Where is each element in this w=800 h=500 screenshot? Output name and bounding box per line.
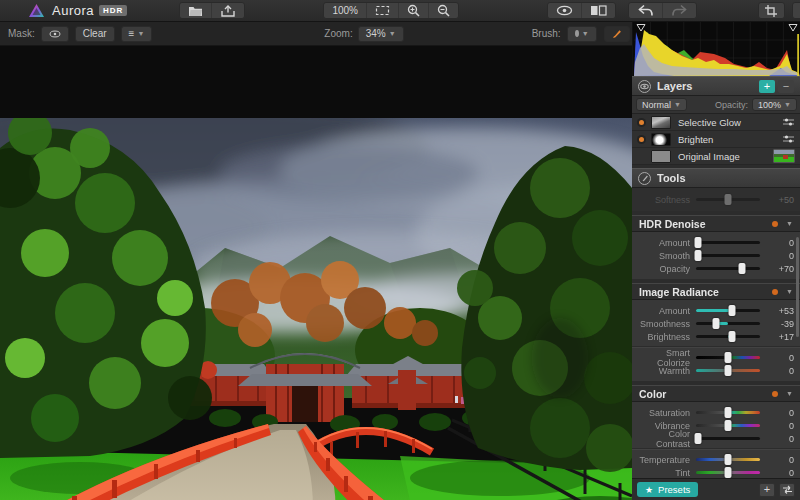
slider-handle[interactable] [729, 305, 736, 316]
slider-handle[interactable] [739, 263, 746, 274]
presets-button[interactable]: ★ Presets [637, 482, 698, 497]
section-header[interactable]: Image Radiance ▼ [632, 283, 800, 300]
layer-name: Original Image [678, 151, 773, 162]
slider-handle[interactable] [725, 407, 732, 418]
slider-handle[interactable] [725, 365, 732, 376]
slider-handle[interactable] [725, 467, 732, 478]
blend-mode-value: Normal [642, 100, 671, 110]
layer-active-indicator[interactable] [637, 135, 646, 144]
slider-track[interactable] [696, 241, 760, 244]
blend-mode-select[interactable]: Normal ▼ [636, 98, 687, 111]
preview-button[interactable] [548, 3, 581, 18]
section-body: Amount 0 Smooth 0 Opacity +70 [632, 232, 800, 279]
fit-screen-button[interactable] [366, 3, 398, 18]
crop-tool-button[interactable] [758, 2, 785, 19]
aurora-logo-icon [28, 3, 45, 18]
star-icon: ★ [645, 485, 653, 495]
layer-list: Selective Glow Brighten Original Image [632, 114, 800, 165]
zoom-label: Zoom: [324, 28, 352, 39]
mask-visibility-button[interactable] [41, 26, 69, 42]
zoom-level-button[interactable]: 100% [324, 3, 366, 18]
slider-handle[interactable] [725, 420, 732, 431]
slider-track[interactable] [696, 356, 760, 359]
panel-scrollbar[interactable] [796, 237, 799, 337]
slider-track[interactable] [696, 369, 760, 372]
layer-photo-thumbnail [773, 149, 795, 163]
slider-handle[interactable] [694, 433, 701, 444]
adjustment-sections: HDR Denoise ▼ Amount 0 Smooth 0 Opacity … [632, 215, 800, 500]
mask-clear-button[interactable]: Clear [75, 26, 115, 42]
add-preset-button[interactable]: + [759, 483, 775, 497]
layer-row[interactable]: Brighten [632, 131, 800, 148]
slider-handle[interactable] [725, 352, 732, 363]
section-header[interactable]: Color ▼ [632, 385, 800, 402]
slider-track[interactable] [696, 458, 760, 461]
slider-row: Brightness +17 [632, 330, 800, 343]
zoom-button-group: 100% [323, 2, 459, 19]
slider-handle[interactable] [694, 237, 701, 248]
right-panel: Layers + − Normal ▼ Opacity: 100% ▼ ≡ ▼ … [632, 22, 800, 500]
slider-track[interactable] [696, 254, 760, 257]
paint-brush-button[interactable] [604, 26, 630, 42]
slider-row: Smooth 0 [632, 249, 800, 262]
opacity-select[interactable]: 100% ▼ [752, 98, 797, 111]
zoom-out-icon [437, 4, 450, 17]
image-canvas[interactable] [0, 46, 632, 500]
layer-settings-icon[interactable] [782, 134, 795, 144]
zoom-in-icon [407, 4, 420, 17]
slider-handle[interactable] [725, 454, 732, 465]
slider-row: Saturation 0 [632, 406, 800, 419]
slider-track[interactable] [696, 309, 760, 312]
slider-track[interactable] [696, 267, 760, 270]
redo-button[interactable] [662, 3, 696, 18]
histogram[interactable] [632, 22, 800, 76]
mask-menu-button[interactable]: ≡ ▼ [121, 26, 153, 42]
layer-active-indicator[interactable] [637, 118, 646, 127]
opacity-value: 100% [758, 100, 781, 110]
undo-icon [637, 4, 654, 17]
slider-track[interactable] [696, 335, 760, 338]
brush-label: Brush: [532, 28, 561, 39]
slider-value: 0 [760, 434, 794, 444]
compare-button[interactable] [581, 3, 615, 18]
adjustment-section: HDR Denoise ▼ Amount 0 Smooth 0 Opacity … [632, 215, 800, 279]
slider-value: 0 [760, 251, 794, 261]
histogram-highlight-clipping-toggle [789, 25, 797, 32]
open-file-button[interactable] [180, 3, 211, 18]
slider-label: Smoothness [632, 319, 696, 329]
slider-track[interactable] [696, 322, 760, 325]
slider-value: 0 [760, 366, 794, 376]
hand-tool-button[interactable] [792, 2, 800, 19]
zoom-in-button[interactable] [398, 3, 428, 18]
slider-handle[interactable] [713, 318, 720, 329]
section-header[interactable]: HDR Denoise ▼ [632, 215, 800, 232]
photo-byodo-in-temple[interactable] [0, 118, 632, 500]
crop-icon [764, 4, 778, 18]
slider-value: +53 [760, 306, 794, 316]
zoom-select[interactable]: 34% ▼ [358, 26, 404, 42]
add-layer-button[interactable]: + [759, 80, 775, 93]
slider-track[interactable] [696, 437, 760, 440]
blend-options-row: Normal ▼ Opacity: 100% ▼ ≡ ▼ [632, 96, 800, 114]
export-button[interactable] [211, 3, 244, 18]
slider-handle[interactable] [729, 331, 736, 342]
remove-layer-button[interactable]: − [778, 80, 794, 93]
zoom-out-button[interactable] [428, 3, 458, 18]
slider-track[interactable] [696, 411, 760, 414]
slider-label: Opacity [632, 264, 696, 274]
slider-track[interactable] [696, 424, 760, 427]
slider-row: Color Contrast 0 [632, 432, 800, 445]
undo-button[interactable] [629, 3, 662, 18]
brush-size-select[interactable]: ▼ [567, 26, 597, 42]
layer-row[interactable]: Original Image [632, 148, 800, 165]
slider-track[interactable] [696, 471, 760, 474]
layers-panel: Layers + − Normal ▼ Opacity: 100% ▼ ≡ ▼ … [632, 76, 800, 165]
hamburger-icon: ≡ [129, 28, 135, 39]
layer-settings-icon[interactable] [782, 117, 795, 127]
tools-panel-icon [638, 172, 651, 185]
slider-handle[interactable] [694, 250, 701, 261]
sync-presets-button[interactable] [779, 483, 795, 497]
layer-row[interactable]: Selective Glow [632, 114, 800, 131]
softness-slider[interactable] [696, 198, 760, 201]
section-modified-dot [772, 289, 778, 295]
